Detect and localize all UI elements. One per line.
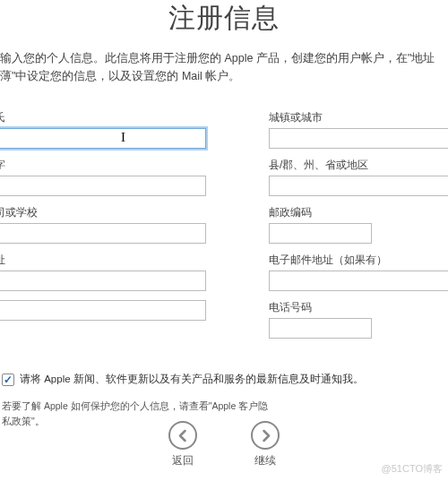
newsletter-checkbox-row: ✓ 请将 Apple 新闻、软件更新以及有关产品和服务的最新信息及时通知我。 [2,373,448,386]
field-city: 城镇或城市 [269,110,448,149]
region-label: 县/郡、州、省或地区 [269,158,448,173]
address-label: 址 [0,253,206,268]
phone-input[interactable] [269,318,372,339]
given-name-input[interactable] [0,176,206,196]
field-surname: 氏 [0,110,206,149]
email-label: 电子邮件地址（如果有） [269,253,448,268]
company-input[interactable] [0,223,206,244]
newsletter-checkbox[interactable]: ✓ [2,374,14,386]
back-label: 返回 [172,453,194,468]
watermark: @51CTO博客 [382,462,443,476]
newsletter-checkbox-label: 请将 Apple 新闻、软件更新以及有关产品和服务的最新信息及时通知我。 [20,373,364,386]
phone-label: 电话号码 [269,300,448,315]
form-area: 氏 字 司或学校 址 城镇或城市 县/郡、州、省或地区 邮政 [0,110,448,348]
field-region: 县/郡、州、省或地区 [269,158,448,196]
region-input[interactable] [269,176,448,196]
field-given-name: 字 [0,158,206,196]
surname-input[interactable] [0,128,206,149]
address-input[interactable] [0,271,206,291]
continue-label: 继续 [254,453,276,468]
city-input[interactable] [269,128,448,149]
privacy-note-line1: 若要了解 Apple 如何保护您的个人信息，请查看"Apple 客户隐 [2,400,268,411]
postal-label: 邮政编码 [269,205,448,220]
postal-input[interactable] [269,223,372,244]
field-postal: 邮政编码 [269,205,448,244]
email-input[interactable] [269,271,448,291]
field-address2 [0,300,206,321]
field-email: 电子邮件地址（如果有） [269,253,448,291]
arrow-right-icon [251,421,280,450]
page-title: 注册信息 [0,0,448,37]
surname-label: 氏 [0,110,206,125]
back-button[interactable]: 返回 [168,421,197,468]
company-label: 司或学校 [0,205,206,220]
arrow-left-icon [168,421,197,450]
field-address: 址 [0,253,206,291]
continue-button[interactable]: 继续 [251,421,280,468]
right-column: 城镇或城市 县/郡、州、省或地区 邮政编码 电子邮件地址（如果有） 电话号码 [269,110,448,348]
field-phone: 电话号码 [269,300,448,339]
intro-text: 输入您的个人信息。此信息将用于注册您的 Apple 产品，创建您的用户帐户，在"… [0,49,448,110]
left-column: 氏 字 司或学校 址 [0,110,206,348]
field-company: 司或学校 [0,205,206,244]
address2-input[interactable] [0,300,206,321]
given-name-label: 字 [0,158,206,173]
city-label: 城镇或城市 [269,110,448,125]
